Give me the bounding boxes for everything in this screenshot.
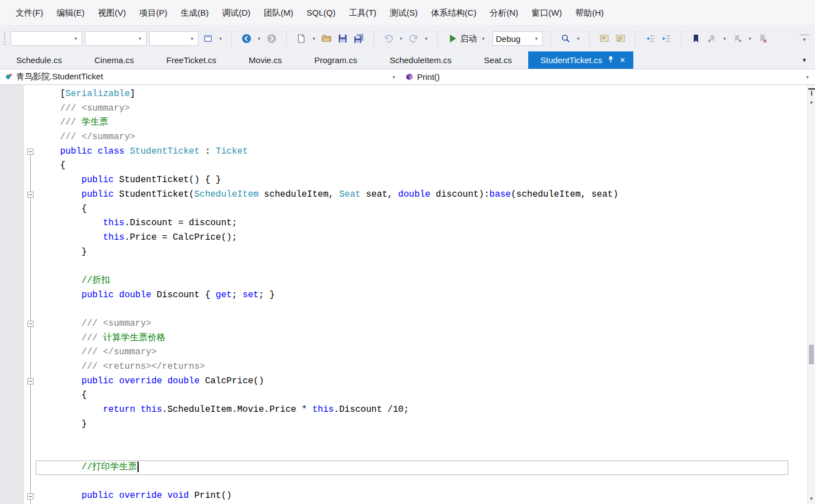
tab-studentticket-cs[interactable]: StudentTicket.cs ✕ (528, 51, 633, 69)
code-line[interactable]: /// 学生票 (24, 116, 807, 130)
uncomment-lines-icon[interactable] (614, 31, 627, 46)
fold-collapse-icon[interactable] (24, 188, 36, 202)
navigate-forward-icon[interactable] (265, 31, 278, 46)
code-line[interactable] (24, 475, 807, 489)
code-editor[interactable]: [Serializable]/// <summary>/// 学生票/// </… (0, 85, 815, 504)
find-icon[interactable] (559, 31, 572, 46)
code-line[interactable]: public override double CalcPrice() (24, 374, 807, 389)
tab-freeticket-cs[interactable]: FreeTicket.cs (150, 51, 233, 69)
tab-seat-cs[interactable]: Seat.cs (468, 51, 528, 69)
code-line[interactable]: /// 计算学生票价格 (24, 331, 807, 346)
chevron-down-icon[interactable]: ▾ (575, 36, 581, 41)
next-bookmark-icon[interactable] (731, 31, 744, 46)
toolbar-grip[interactable] (3, 32, 6, 45)
code-line[interactable]: public StudentTicket(ScheduleItem schedu… (24, 188, 807, 202)
menu-item-view[interactable]: 视图(V) (91, 0, 132, 26)
menu-item-test[interactable]: 测试(S) (383, 0, 424, 26)
pin-icon[interactable] (608, 55, 614, 65)
code-line[interactable]: return this.ScheduleItem.Movie.Price * t… (24, 403, 807, 417)
toolbar-combo-1[interactable]: ▾ (11, 31, 82, 46)
chevron-down-icon[interactable]: ▾ (217, 36, 224, 41)
chevron-down-icon[interactable]: ▾ (423, 36, 429, 41)
fold-collapse-icon[interactable] (24, 374, 36, 389)
tab-scheduleitem-cs[interactable]: ScheduleItem.cs (373, 51, 468, 69)
menu-item-build[interactable]: 生成(B) (174, 0, 215, 26)
open-file-icon[interactable] (320, 31, 333, 46)
scroll-down-button[interactable]: ▼ (808, 495, 815, 503)
code-line[interactable]: /// <returns></returns> (24, 360, 807, 374)
code-line[interactable] (24, 446, 807, 460)
code-line[interactable]: } (24, 417, 807, 432)
code-line[interactable]: /// </summary> (24, 130, 807, 145)
tab-list-dropdown-icon[interactable]: ▼ (794, 57, 815, 63)
tab-program-cs[interactable]: Program.cs (298, 51, 373, 69)
menu-item-file[interactable]: 文件(F) (9, 0, 50, 26)
code-line[interactable]: [Serializable] (24, 87, 807, 102)
code-line[interactable]: public override void Print() (24, 489, 807, 503)
code-line[interactable] (24, 302, 807, 317)
toolbar-combo-2[interactable]: ▾ (85, 31, 146, 46)
prev-bookmark-icon[interactable] (705, 31, 719, 46)
toolbar-overflow-button[interactable]: ▾ (799, 35, 809, 42)
code-line[interactable]: /// <summary> (24, 317, 807, 331)
undo-icon[interactable] (382, 31, 395, 46)
code-line[interactable]: this.Price = CalcPrice(); (24, 231, 807, 245)
vertical-scrollbar[interactable]: ▲ ▼ (807, 85, 815, 504)
toolbar-combo-3[interactable]: ▾ (149, 31, 198, 46)
code-line[interactable]: public class StudentTicket : Ticket (24, 145, 807, 159)
menu-item-debug[interactable]: 调试(D) (215, 0, 257, 26)
chevron-down-icon[interactable]: ▾ (747, 36, 753, 41)
type-dropdown[interactable]: 青鸟影院.StudentTicket ▾ (0, 69, 401, 84)
code-line[interactable]: } (24, 245, 807, 260)
debug-config-combo[interactable]: Debug ▾ (492, 31, 543, 46)
comment-lines-icon[interactable] (598, 31, 611, 46)
close-icon[interactable]: ✕ (619, 56, 626, 64)
menu-item-team[interactable]: 团队(M) (257, 0, 300, 26)
bookmark-toggle-icon[interactable] (689, 31, 703, 46)
navigate-back-icon[interactable] (240, 31, 253, 46)
save-all-icon[interactable] (352, 31, 366, 46)
code-line[interactable]: /// <summary> (24, 102, 807, 116)
menu-item-window[interactable]: 窗口(W) (525, 0, 568, 26)
redo-icon[interactable] (407, 31, 420, 46)
code-line[interactable]: public StudentTicket() { } (24, 173, 807, 188)
chevron-down-icon[interactable]: ▾ (311, 36, 317, 41)
scrollbar-thumb[interactable] (809, 345, 814, 364)
tab-schedule-cs[interactable]: Schedule.cs (0, 51, 78, 69)
indent-decrease-icon[interactable] (643, 31, 657, 46)
chevron-down-icon[interactable]: ▾ (722, 36, 728, 41)
fold-collapse-icon[interactable] (24, 145, 36, 159)
indicator-margin[interactable] (0, 85, 24, 504)
clear-bookmarks-icon[interactable] (756, 31, 769, 46)
split-handle[interactable] (808, 85, 815, 98)
menu-item-edit[interactable]: 编辑(E) (50, 0, 91, 26)
tab-cinema-cs[interactable]: Cinema.cs (78, 51, 150, 69)
new-project-icon[interactable] (201, 31, 215, 46)
menu-item-help[interactable]: 帮助(H) (568, 0, 610, 26)
chevron-down-icon[interactable]: ▾ (398, 36, 404, 41)
code-line[interactable]: { (24, 159, 807, 173)
code-line[interactable]: //打印学生票 (24, 460, 807, 475)
fold-collapse-icon[interactable] (24, 317, 36, 331)
member-dropdown[interactable]: Print() ▾ (401, 69, 815, 84)
scroll-up-button[interactable]: ▲ (808, 98, 815, 106)
code-line[interactable]: public double Discount { get; set; } (24, 288, 807, 303)
chevron-down-icon[interactable]: ▾ (256, 36, 262, 41)
menu-item-tools[interactable]: 工具(T) (342, 0, 383, 26)
code-line[interactable] (24, 259, 807, 274)
menu-item-project[interactable]: 项目(P) (132, 0, 174, 26)
new-file-icon[interactable] (295, 31, 308, 46)
tab-movie-cs[interactable]: Movie.cs (233, 51, 298, 69)
code-line[interactable]: { (24, 388, 807, 403)
menu-item-analyze[interactable]: 分析(N) (483, 0, 525, 26)
code-line[interactable] (24, 432, 807, 446)
save-icon[interactable] (336, 31, 349, 46)
menu-item-architecture[interactable]: 体系结构(C) (424, 0, 483, 26)
fold-collapse-icon[interactable] (24, 489, 36, 503)
code-line[interactable]: this.Discount = discount; (24, 216, 807, 231)
code-line[interactable]: //折扣 (24, 274, 807, 288)
menu-item-sql[interactable]: SQL(Q) (300, 0, 342, 26)
start-debug-button[interactable]: 启动 ▾ (446, 31, 490, 46)
indent-increase-icon[interactable] (660, 31, 673, 46)
code-line[interactable]: /// </summary> (24, 345, 807, 360)
